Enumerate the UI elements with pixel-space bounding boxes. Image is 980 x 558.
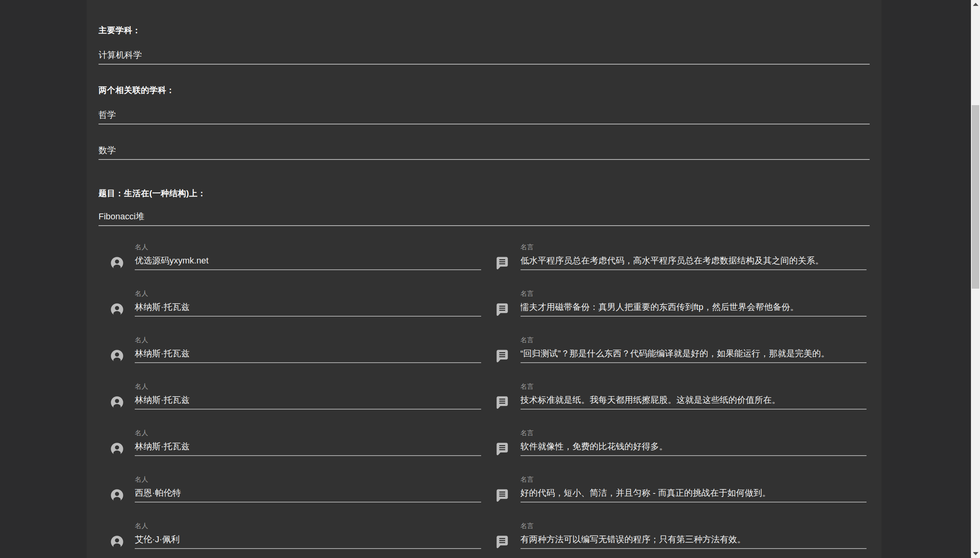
person-icon-cell [99, 336, 135, 383]
scrollbar-thumb[interactable] [972, 105, 979, 289]
quote-field-value: 懦夫才用磁带备份：真男人把重要的东西传到ftp，然后世界会帮他备份。 [521, 302, 867, 317]
quote-column: 名言 “回归测试”？那是什么东西？代码能编译就是好的，如果能运行，那就是完美的。 [484, 336, 870, 383]
person-field-label: 名人 [135, 476, 481, 484]
quote-field-label: 名言 [521, 336, 867, 344]
person-icon-cell [99, 290, 135, 336]
person-field-label: 名人 [135, 336, 481, 344]
main-subject-value: 计算机科学 [99, 50, 870, 61]
quote-icon-cell [484, 336, 521, 383]
quote-row: 名人 西恩·帕伦特 [99, 476, 870, 522]
person-input[interactable]: 名人 艾伦·J·佩利 [135, 522, 481, 558]
person-input[interactable]: 名人 林纳斯·托瓦兹 [135, 336, 481, 383]
quote-icon-cell [484, 522, 521, 558]
quote-row: 名人 林纳斯·托瓦兹 [99, 383, 870, 429]
person-field-label: 名人 [135, 522, 481, 530]
quote-row: 名人 艾伦·J·佩利 [99, 522, 870, 558]
person-icon [110, 535, 135, 549]
person-input[interactable]: 名人 优选源码yxymk.net [135, 243, 481, 290]
related-subject-1-input[interactable]: 哲学 [99, 109, 870, 124]
related-subject-2-input[interactable]: 数学 [99, 145, 870, 160]
person-input[interactable]: 名人 林纳斯·托瓦兹 [135, 290, 481, 336]
person-icon [110, 442, 135, 456]
form-panel: 主要学科： 计算机科学 两个相关联的学科： 哲学 数学 题目：生活在(一种结构)… [87, 0, 881, 558]
quote-column: 名言 软件就像性，免费的比花钱的好得多。 [484, 429, 870, 476]
person-input[interactable]: 名人 林纳斯·托瓦兹 [135, 383, 481, 429]
person-icon [110, 396, 135, 409]
person-field-label: 名人 [135, 290, 481, 298]
person-field-label: 名人 [135, 383, 481, 391]
person-field-value: 西恩·帕伦特 [135, 488, 481, 502]
related-subject-2-value: 数学 [99, 145, 870, 156]
person-icon-cell [99, 522, 135, 558]
quote-rows: 名人 优选源码yxymk.net [99, 243, 870, 558]
scroll-down-arrow-icon [973, 552, 978, 555]
topic-value: Fibonacci堆 [99, 211, 870, 222]
speech-bubble-icon [496, 349, 521, 363]
quote-row: 名人 林纳斯·托瓦兹 [99, 429, 870, 476]
quote-icon-cell [484, 476, 521, 522]
quote-input[interactable]: 名言 “回归测试”？那是什么东西？代码能编译就是好的，如果能运行，那就是完美的。 [521, 336, 867, 383]
person-field-value: 优选源码yxymk.net [135, 255, 481, 270]
person-input[interactable]: 名人 林纳斯·托瓦兹 [135, 429, 481, 476]
person-column: 名人 林纳斯·托瓦兹 [99, 383, 484, 429]
person-field-value: 林纳斯·托瓦兹 [135, 302, 481, 317]
person-icon [110, 256, 135, 270]
quote-input[interactable]: 名言 懦夫才用磁带备份：真男人把重要的东西传到ftp，然后世界会帮他备份。 [521, 290, 867, 336]
scroll-up-arrow-icon [973, 3, 978, 6]
person-field-label: 名人 [135, 429, 481, 437]
quote-field-label: 名言 [521, 290, 867, 298]
topic-label: 题目：生活在(一种结构)上： [99, 188, 870, 198]
person-column: 名人 艾伦·J·佩利 [99, 522, 484, 558]
quote-field-value: 技术标准就是纸。我每天都用纸擦屁股。这就是这些纸的价值所在。 [521, 395, 867, 410]
speech-bubble-icon [496, 396, 521, 409]
quote-field-label: 名言 [521, 429, 867, 437]
quote-icon-cell [484, 383, 521, 429]
speech-bubble-icon [496, 489, 521, 502]
quote-input[interactable]: 名言 有两种方法可以编写无错误的程序；只有第三种方法有效。 [521, 522, 867, 558]
quote-field-value: 软件就像性，免费的比花钱的好得多。 [521, 441, 867, 456]
quote-field-value: “回归测试”？那是什么东西？代码能编译就是好的，如果能运行，那就是完美的。 [521, 348, 867, 363]
person-icon [110, 489, 135, 502]
person-icon-cell [99, 383, 135, 429]
topic-input[interactable]: Fibonacci堆 [99, 211, 870, 226]
person-column: 名人 优选源码yxymk.net [99, 243, 484, 290]
quote-column: 名言 好的代码，短小、简洁，并且匀称 - 而真正的挑战在于如何做到。 [484, 476, 870, 522]
person-icon-cell [99, 429, 135, 476]
quote-field-label: 名言 [521, 522, 867, 530]
person-column: 名人 林纳斯·托瓦兹 [99, 290, 484, 336]
speech-bubble-icon [496, 442, 521, 456]
quote-field-value: 低水平程序员总在考虑代码，高水平程序员总在考虑数据结构及其之间的关系。 [521, 255, 867, 270]
quote-icon-cell [484, 243, 521, 290]
scroll-down-button[interactable] [971, 549, 980, 558]
quote-column: 名言 低水平程序员总在考虑代码，高水平程序员总在考虑数据结构及其之间的关系。 [484, 243, 870, 290]
quote-column: 名言 技术标准就是纸。我每天都用纸擦屁股。这就是这些纸的价值所在。 [484, 383, 870, 429]
quote-field-value: 好的代码，短小、简洁，并且匀称 - 而真正的挑战在于如何做到。 [521, 488, 867, 502]
vertical-scrollbar[interactable] [971, 0, 980, 558]
speech-bubble-icon [496, 256, 521, 270]
related-subject-1-value: 哲学 [99, 109, 870, 120]
quote-input[interactable]: 名言 软件就像性，免费的比花钱的好得多。 [521, 429, 867, 476]
related-subjects-label: 两个相关联的学科： [99, 85, 870, 95]
person-field-value: 林纳斯·托瓦兹 [135, 348, 481, 363]
person-field-value: 林纳斯·托瓦兹 [135, 441, 481, 456]
quote-field-value: 有两种方法可以编写无错误的程序；只有第三种方法有效。 [521, 534, 867, 549]
person-field-value: 艾伦·J·佩利 [135, 534, 481, 549]
quote-input[interactable]: 名言 技术标准就是纸。我每天都用纸擦屁股。这就是这些纸的价值所在。 [521, 383, 867, 429]
person-column: 名人 西恩·帕伦特 [99, 476, 484, 522]
quote-input[interactable]: 名言 低水平程序员总在考虑代码，高水平程序员总在考虑数据结构及其之间的关系。 [521, 243, 867, 290]
person-icon [110, 349, 135, 363]
person-field-label: 名人 [135, 243, 481, 251]
quote-input[interactable]: 名言 好的代码，短小、简洁，并且匀称 - 而真正的挑战在于如何做到。 [521, 476, 867, 522]
quote-column: 名言 懦夫才用磁带备份：真男人把重要的东西传到ftp，然后世界会帮他备份。 [484, 290, 870, 336]
person-icon-cell [99, 243, 135, 290]
scroll-up-button[interactable] [971, 0, 980, 9]
person-input[interactable]: 名人 西恩·帕伦特 [135, 476, 481, 522]
quote-field-label: 名言 [521, 383, 867, 391]
quote-field-label: 名言 [521, 476, 867, 484]
speech-bubble-icon [496, 535, 521, 549]
person-icon [110, 303, 135, 316]
quote-icon-cell [484, 429, 521, 476]
quote-row: 名人 优选源码yxymk.net [99, 243, 870, 290]
quote-field-label: 名言 [521, 243, 867, 251]
main-subject-input[interactable]: 计算机科学 [99, 50, 870, 65]
